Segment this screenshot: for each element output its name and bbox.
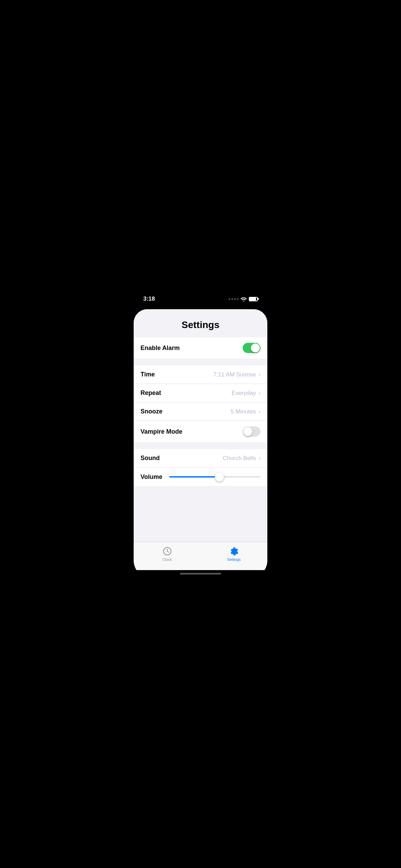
svg-line-3 xyxy=(167,551,169,552)
vampire-mode-row: Vampire Mode xyxy=(134,421,267,442)
tab-settings[interactable]: Settings xyxy=(200,542,267,563)
slider-track xyxy=(169,476,260,478)
time-value: 7:11 AM Sunrise xyxy=(213,371,256,378)
page-title: Settings xyxy=(141,320,260,330)
status-time: 3:18 xyxy=(143,296,155,302)
clock-icon xyxy=(162,546,172,556)
section-divider-2 xyxy=(134,446,267,449)
app-screen: Settings Enable Alarm Time xyxy=(134,309,267,570)
repeat-row[interactable]: Repeat Everyday › xyxy=(134,384,267,402)
volume-slider[interactable] xyxy=(169,476,260,478)
time-right: 7:11 AM Sunrise › xyxy=(213,371,260,378)
snooze-row[interactable]: Snooze 5 Minutes › xyxy=(134,402,267,421)
snooze-value: 5 Minutes xyxy=(231,408,256,415)
settings-header: Settings xyxy=(134,309,267,337)
settings-tab-label: Settings xyxy=(227,557,241,562)
sound-right: Church Bells › xyxy=(223,455,260,462)
volume-row: Volume xyxy=(134,468,267,486)
svg-point-0 xyxy=(243,301,244,301)
enable-alarm-toggle[interactable] xyxy=(243,343,260,353)
snooze-right: 5 Minutes › xyxy=(231,408,260,415)
section-divider-1 xyxy=(134,362,267,365)
snooze-label: Snooze xyxy=(141,408,162,415)
wifi-icon xyxy=(241,297,247,301)
status-bar: 3:18 xyxy=(134,289,267,306)
snooze-chevron: › xyxy=(259,409,260,415)
sound-label: Sound xyxy=(141,455,160,462)
alarm-settings-section: Time 7:11 AM Sunrise › Repeat Everyday › xyxy=(134,365,267,442)
repeat-chevron: › xyxy=(259,390,260,396)
settings-tab-icon xyxy=(229,546,239,556)
tab-bar: Clock Settings xyxy=(134,542,267,570)
clock-tab-icon xyxy=(162,546,172,556)
signal-icon xyxy=(229,298,239,300)
slider-thumb[interactable] xyxy=(215,472,224,481)
time-row[interactable]: Time 7:11 AM Sunrise › xyxy=(134,365,267,384)
vampire-mode-toggle[interactable] xyxy=(243,426,260,437)
content-area: Enable Alarm Time 7:11 AM Sunrise › xyxy=(134,337,267,542)
volume-label: Volume xyxy=(141,473,162,481)
repeat-right: Everyday › xyxy=(232,390,260,397)
enable-alarm-row: Enable Alarm xyxy=(134,337,267,359)
enable-alarm-label: Enable Alarm xyxy=(141,345,180,352)
tab-clock[interactable]: Clock xyxy=(134,542,200,563)
time-label: Time xyxy=(141,371,155,378)
home-indicator-wrapper xyxy=(134,570,267,579)
vampire-toggle-thumb xyxy=(243,427,252,436)
time-chevron: › xyxy=(259,372,260,378)
sound-chevron: › xyxy=(259,455,260,461)
slider-fill xyxy=(169,476,219,478)
clock-tab-label: Clock xyxy=(162,557,172,562)
toggle-thumb xyxy=(251,343,260,352)
sound-settings-section: Sound Church Bells › Volume xyxy=(134,449,267,486)
gear-icon xyxy=(229,546,239,556)
repeat-label: Repeat xyxy=(141,389,161,397)
enable-alarm-section: Enable Alarm xyxy=(134,337,267,359)
sound-row[interactable]: Sound Church Bells › xyxy=(134,449,267,468)
battery-icon xyxy=(249,297,258,301)
repeat-value: Everyday xyxy=(232,390,256,397)
status-icons xyxy=(229,297,258,301)
sound-value: Church Bells xyxy=(223,455,256,462)
home-indicator xyxy=(180,573,221,575)
vampire-mode-label: Vampire Mode xyxy=(141,428,182,435)
